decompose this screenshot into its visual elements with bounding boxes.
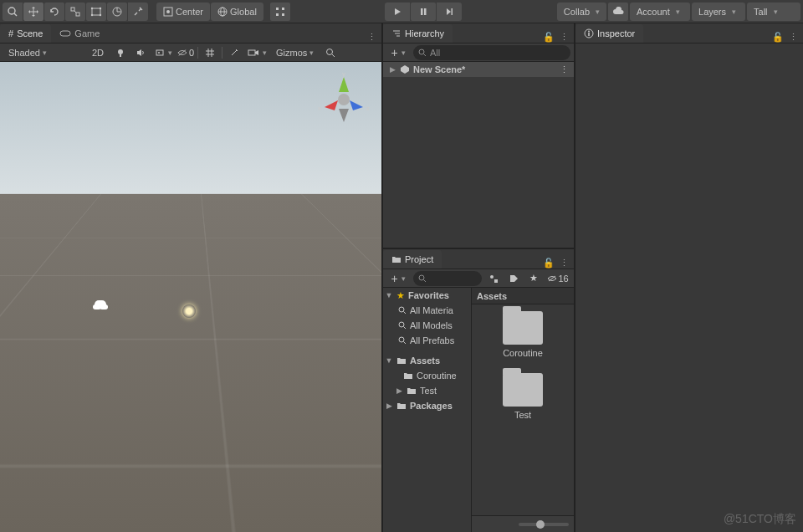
pause-button[interactable] bbox=[411, 3, 436, 21]
snap-toggle[interactable] bbox=[270, 3, 290, 21]
panel-menu-icon[interactable]: ⋮ bbox=[560, 32, 569, 43]
filter-by-label-icon[interactable] bbox=[505, 271, 522, 286]
scene-tabbar: # Scene Game ⋮ bbox=[0, 23, 381, 43]
project-create-dropdown[interactable]: + bbox=[386, 271, 410, 286]
fav-item[interactable]: All Materia bbox=[383, 303, 471, 318]
grid-size-bar bbox=[472, 515, 574, 532]
assets-label: Assets bbox=[410, 356, 440, 366]
folder-icon bbox=[407, 386, 417, 395]
fav-item-label: All Models bbox=[410, 320, 453, 330]
svg-point-41 bbox=[419, 49, 424, 54]
gizmos-dropdown[interactable]: Gizmos bbox=[271, 45, 319, 60]
play-button[interactable] bbox=[385, 3, 410, 21]
main-area: # Scene Game ⋮ Shaded 2D 0 Gizmos bbox=[0, 23, 803, 532]
hierarchy-search[interactable]: All bbox=[413, 45, 570, 60]
light-gizmo-icon[interactable] bbox=[182, 304, 196, 318]
expand-arrow-icon[interactable] bbox=[385, 356, 393, 365]
expand-arrow-icon[interactable] bbox=[385, 291, 393, 299]
asset-child-row[interactable]: Test bbox=[383, 383, 471, 398]
svg-point-45 bbox=[490, 275, 494, 279]
asset-folder-label: Coroutine bbox=[503, 348, 543, 358]
favorites-row[interactable]: ★ Favorites bbox=[383, 288, 471, 303]
move-tool-button[interactable] bbox=[23, 3, 43, 21]
tab-hierarchy[interactable]: Hierarchy bbox=[383, 24, 453, 43]
space-toggle[interactable]: Global bbox=[211, 3, 263, 21]
asset-folder-item[interactable]: Test bbox=[503, 373, 543, 420]
svg-rect-22 bbox=[421, 8, 423, 15]
pivot-toggle[interactable]: Center bbox=[156, 3, 210, 21]
2d-toggle[interactable]: 2D bbox=[87, 45, 109, 60]
svg-rect-7 bbox=[92, 8, 100, 15]
search-icon bbox=[398, 336, 407, 345]
tab-scene[interactable]: # Scene bbox=[0, 24, 51, 43]
hidden-packages-toggle[interactable]: 16 bbox=[545, 271, 570, 286]
account-dropdown[interactable]: Account bbox=[630, 3, 690, 21]
svg-line-49 bbox=[404, 312, 407, 315]
transform-tool-button[interactable] bbox=[107, 3, 127, 21]
orientation-gizmo[interactable]: y z x bbox=[315, 70, 373, 129]
rect-tool-button[interactable] bbox=[86, 3, 106, 21]
grid-toggle[interactable] bbox=[202, 45, 218, 60]
hand-tool-button[interactable] bbox=[3, 3, 23, 21]
panel-menu-icon[interactable]: ⋮ bbox=[789, 32, 798, 43]
tab-inspector[interactable]: Inspector bbox=[575, 24, 643, 43]
save-search-icon[interactable]: ★ bbox=[525, 271, 542, 286]
scene-search-icon[interactable] bbox=[322, 45, 339, 60]
create-dropdown[interactable]: + bbox=[386, 45, 410, 60]
svg-rect-18 bbox=[276, 8, 279, 10]
asset-folder-item[interactable]: Coroutine bbox=[503, 311, 543, 358]
svg-rect-23 bbox=[424, 8, 427, 15]
asset-child-row[interactable]: Coroutine bbox=[383, 368, 471, 383]
assets-row[interactable]: Assets bbox=[383, 353, 471, 368]
step-button[interactable] bbox=[437, 3, 462, 21]
folder-icon bbox=[396, 356, 407, 365]
fx-dropdown[interactable] bbox=[152, 45, 174, 60]
folder-icon bbox=[391, 255, 402, 263]
shading-dropdown[interactable]: Shaded bbox=[3, 45, 84, 60]
packages-row[interactable]: Packages bbox=[383, 398, 471, 413]
tools-button[interactable] bbox=[226, 45, 243, 60]
lock-icon[interactable]: 🔓 bbox=[772, 32, 784, 43]
tab-game[interactable]: Game bbox=[51, 24, 108, 43]
svg-point-11 bbox=[100, 13, 101, 15]
grid-size-slider[interactable] bbox=[519, 523, 569, 526]
middle-column: Hierarchy 🔓 ⋮ + All New Scene* bbox=[383, 23, 575, 532]
layout-dropdown[interactable]: Tall bbox=[747, 3, 800, 21]
fav-item[interactable]: All Models bbox=[383, 318, 471, 333]
custom-tool-button[interactable] bbox=[128, 3, 148, 21]
scene-root-row[interactable]: New Scene* ⋮ bbox=[383, 62, 574, 77]
svg-line-33 bbox=[332, 54, 335, 57]
scene-menu-icon[interactable]: ⋮ bbox=[560, 64, 574, 75]
tab-project[interactable]: Project bbox=[383, 250, 442, 269]
scale-tool-button[interactable] bbox=[65, 3, 85, 21]
filter-by-type-icon[interactable] bbox=[485, 271, 502, 286]
layers-dropdown[interactable]: Layers bbox=[692, 3, 745, 21]
panel-menu-icon[interactable]: ⋮ bbox=[367, 32, 376, 43]
hidden-count: 0 bbox=[189, 48, 194, 58]
cloud-button[interactable] bbox=[608, 3, 628, 21]
svg-text:z: z bbox=[366, 105, 370, 111]
lighting-toggle[interactable] bbox=[112, 45, 129, 60]
collab-dropdown[interactable]: Collab bbox=[557, 3, 606, 21]
tab-game-label: Game bbox=[74, 28, 100, 38]
project-breadcrumb[interactable]: Assets bbox=[472, 288, 574, 304]
scene-viewport[interactable]: y z x bbox=[0, 62, 381, 532]
project-tree: ★ Favorites All Materia All Models All P… bbox=[383, 288, 472, 532]
fav-item[interactable]: All Prefabs bbox=[383, 333, 471, 348]
lock-icon[interactable]: 🔓 bbox=[543, 32, 555, 43]
unity-logo-icon bbox=[400, 64, 410, 74]
hidden-objects-toggle[interactable]: 0 bbox=[177, 45, 194, 60]
camera-gizmo-icon[interactable] bbox=[95, 300, 106, 309]
search-placeholder: All bbox=[430, 48, 440, 58]
project-search[interactable] bbox=[413, 271, 482, 286]
lock-icon[interactable]: 🔓 bbox=[543, 258, 555, 269]
panel-menu-icon[interactable]: ⋮ bbox=[560, 258, 569, 269]
gizmos-label: Gizmos bbox=[276, 48, 307, 58]
folder-icon bbox=[396, 402, 407, 410]
expand-arrow-icon[interactable] bbox=[395, 386, 403, 395]
camera-dropdown[interactable] bbox=[246, 45, 268, 60]
rotate-tool-button[interactable] bbox=[44, 3, 64, 21]
audio-toggle[interactable] bbox=[132, 45, 149, 60]
expand-arrow-icon[interactable] bbox=[385, 402, 393, 410]
expand-arrow-icon[interactable] bbox=[388, 65, 396, 74]
